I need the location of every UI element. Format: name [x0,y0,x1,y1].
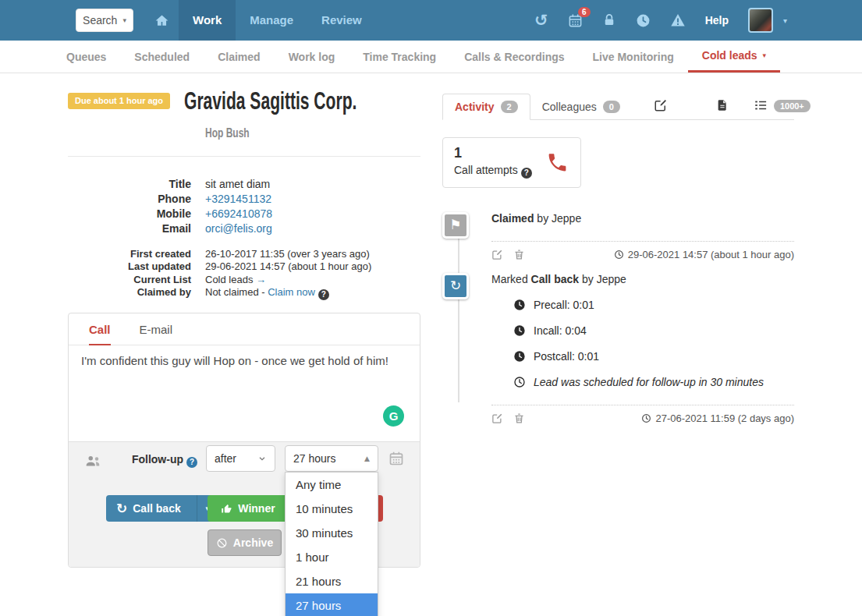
phone-icon [546,151,569,177]
lead-meta: First created 26-10-2017 11:35 (over 3 y… [68,248,420,301]
navbar-actions: ↺ 6 Help ▾ [534,0,787,41]
prohibition-icon [216,537,228,549]
meta-label: First created [68,248,191,261]
phone-link[interactable]: +3291451132 [205,193,271,205]
dropdown-option[interactable]: 30 minutes [286,521,378,545]
tab-colleagues[interactable]: Colleagues 0 [530,94,632,119]
edit-entry-icon[interactable] [491,249,503,260]
postcall-duration: Postcall: 0:01 [534,350,599,363]
timeline-entry-callback: ↻ Marked Call back by Jeppe Precall: 0:0… [442,273,794,424]
meta-current-list: Cold leads → [205,274,420,287]
archive-button[interactable]: Archive [208,529,282,556]
subnav-calls-recordings[interactable]: Calls & Recordings [450,41,578,73]
meta-first-created: 26-10-2017 11:35 (over 3 years ago) [205,248,420,261]
entry-timestamp: 27-06-2021 11:59 (2 days ago) [641,412,794,424]
call-attempts-card: 1 Call attempts? [442,137,581,188]
thumbs-up-icon [221,503,232,515]
call-attempts-help-icon[interactable]: ? [521,168,532,179]
chevron-down-icon [257,454,267,463]
delete-entry-icon[interactable] [513,249,525,260]
list-icon[interactable] [754,98,768,112]
claim-now-link[interactable]: Claim now [268,286,315,298]
subnav-time-tracking[interactable]: Time Tracking [349,41,450,73]
tab-activity[interactable]: Activity 2 [442,94,530,120]
call-box-footer: Follow-up? after 27 hours ▲ ↻ Call back [69,441,420,567]
nav-tab-manage[interactable]: Manage [236,0,307,41]
calendar-picker-icon[interactable] [388,451,404,469]
subnav-live-monitoring[interactable]: Live Monitoring [579,41,688,73]
tab-email[interactable]: E-mail [140,323,173,345]
go-to-list-arrow-icon[interactable]: → [256,274,266,285]
subnav-queues[interactable]: Queues [52,41,120,73]
lead-fields: Title sit amet diam Phone +3291451132 Mo… [68,177,420,236]
precall-duration: Precall: 0:01 [534,299,594,311]
history-icon[interactable]: ↺ [534,13,548,28]
call-box-tabs: Call E-mail [69,313,420,345]
subnav-cold-leads[interactable]: Cold leads ▾ [688,41,780,73]
help-link[interactable]: Help [705,14,729,27]
subnav-claimed[interactable]: Claimed [204,41,274,73]
clock-icon[interactable] [636,13,651,28]
entry-by: by Jeppe [534,212,581,225]
followup-mode-value: after [215,452,236,465]
activity-tabbar: Activity 2 Colleagues 0 1000+ [442,94,794,120]
followup-time-select[interactable]: 27 hours ▲ [285,445,378,472]
followup-time-value: 27 hours [293,452,335,465]
document-icon[interactable] [716,98,729,112]
followup-help-icon[interactable]: ? [186,457,197,468]
entry-action: Claimed [491,212,534,225]
field-label: Phone [68,192,191,207]
tab-call[interactable]: Call [89,323,111,345]
entry-prefix: Marked [491,273,531,285]
primary-nav: Work Manage Review [179,0,376,41]
dropdown-option[interactable]: 21 hours [286,569,378,593]
home-icon[interactable] [154,13,169,28]
grammarly-icon[interactable]: G [383,405,404,427]
followup-mode-select[interactable]: after [206,445,275,472]
activity-panel: Activity 2 Colleagues 0 1000+ 1 Call att… [442,94,794,437]
calendar-icon[interactable]: 6 [568,13,583,28]
flag-icon: ⚑ [442,212,469,239]
chevron-up-icon: ▲ [364,455,370,462]
due-badge: Due about 1 hour ago [68,93,170,109]
call-attempts-label: Call attempts [454,164,518,176]
subnav-work-log[interactable]: Work log [275,41,349,73]
call-back-label: Call back [133,502,180,515]
compose-note-icon[interactable] [654,98,668,112]
followup-time-dropdown: Any time 10 minutes 30 minutes 1 hour 21… [285,472,378,616]
timeline-entry-claimed: ⚑ Claimed by Jeppe 29-06-2021 14:57 (abo… [442,212,794,260]
dropdown-option[interactable]: Any time [286,473,378,497]
divider [68,156,420,157]
note-input[interactable]: I'm confident this guy will Hop on - onc… [69,345,420,441]
delete-entry-icon[interactable] [513,412,525,424]
nav-tab-work[interactable]: Work [179,0,236,41]
help-question-icon[interactable]: ? [318,289,329,300]
mobile-link[interactable]: +6692410878 [205,207,272,220]
dropdown-option[interactable]: 1 hour [286,545,378,569]
page: Search ▾ Work Manage Review ↺ 6 [0,0,862,616]
refresh-icon: ↻ [442,273,469,299]
subnav-scheduled[interactable]: Scheduled [120,41,204,73]
dropdown-option-selected[interactable]: 27 hours [286,593,378,616]
clock-outline-icon [513,376,526,388]
winner-button[interactable]: Winner [208,495,289,522]
entry-by: by Jeppe [579,273,626,285]
warning-icon[interactable] [670,12,686,28]
edit-entry-icon[interactable] [491,412,503,424]
email-link[interactable]: orci@felis.org [205,222,272,235]
followup-label: Follow-up? [69,453,197,468]
calendar-badge: 6 [578,7,591,17]
user-avatar[interactable] [748,8,773,33]
secondary-nav: Queues Scheduled Claimed Work log Time T… [0,41,862,73]
field-label: Email [68,221,191,236]
call-back-button[interactable]: ↻ Call back ▾ [106,495,218,522]
dropdown-option[interactable]: 10 minutes [286,497,378,521]
field-label: Mobile [68,207,191,221]
meta-label: Claimed by [68,286,191,300]
lock-icon[interactable] [602,13,616,27]
incall-duration: Incall: 0:04 [534,324,587,337]
field-value-title: sit amet diam [205,177,420,192]
search-dropdown[interactable]: Search ▾ [76,9,133,32]
nav-tab-review[interactable]: Review [307,0,376,41]
user-menu-caret-icon[interactable]: ▾ [783,16,787,25]
